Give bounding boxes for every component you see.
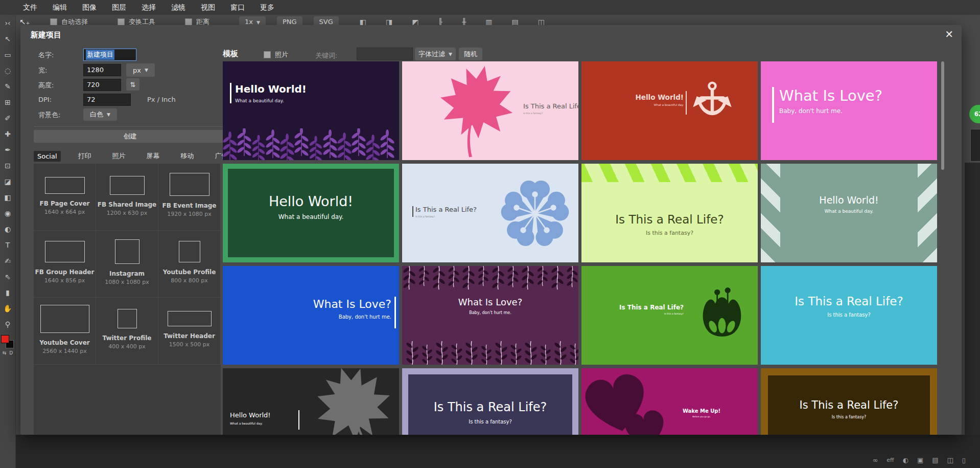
template-card[interactable]: Is This a Real Life? Is this a fantasy? [761, 368, 937, 435]
width-input[interactable]: 1280 [83, 64, 121, 76]
eff-label[interactable]: eff [886, 457, 894, 463]
preset-thumbnail [168, 311, 212, 326]
menu-item-file[interactable]: 文件 [15, 3, 45, 12]
notification-badge[interactable]: 62 [969, 105, 980, 123]
template-card[interactable]: Hello World! What a beautiful day. [581, 61, 758, 160]
preset-youtube-profile[interactable]: Youtube Profile 800 x 800 px [158, 231, 221, 298]
tab-mobile[interactable]: 移动 [177, 150, 198, 162]
template-card[interactable]: What Is Love? Baby, don't hurt me. [761, 61, 937, 160]
template-card[interactable]: Hello World! What a beautiful day. [761, 164, 937, 262]
preset-thumbnail [40, 305, 89, 333]
transform-checkbox[interactable] [118, 18, 125, 26]
template-card[interactable]: Hello World! What a beautiful day. [223, 164, 399, 262]
healing-tool-icon[interactable]: ✚ [0, 126, 15, 142]
tulip-icon [696, 287, 748, 345]
foreground-color-swatch[interactable] [1, 335, 9, 343]
divider [34, 126, 226, 127]
menu-item-edit[interactable]: 编辑 [45, 3, 75, 12]
collapse-icon[interactable]: ›‹ [0, 15, 15, 31]
template-card[interactable]: Is This a Real Life? Is this a fantasy? [581, 164, 758, 262]
preset-fb-shared-image[interactable]: FB Shared Image 1200 x 630 px [96, 164, 158, 231]
shape-tool-icon[interactable]: ▮ [0, 284, 15, 300]
path-select-tool-icon[interactable]: ⇖ [0, 269, 15, 284]
template-card[interactable]: What Is Love? Baby, don't hurt me. [223, 266, 399, 365]
color-swatches[interactable] [1, 335, 14, 349]
swap-colors-icon[interactable]: ⇆ [3, 350, 7, 355]
type-tool-icon[interactable]: T [0, 237, 15, 253]
preset-fb-group-header[interactable]: FB Group Header 1640 x 856 px [34, 231, 96, 298]
clone-stamp-tool-icon[interactable]: ⊡ [0, 158, 15, 173]
background-color-select[interactable]: 白色▼ [83, 108, 117, 121]
swap-dimensions-button[interactable]: ⇅ [126, 78, 139, 91]
tab-screen[interactable]: 屏幕 [143, 150, 164, 162]
zoom-tool-icon[interactable]: ⚲ [0, 316, 15, 332]
height-input[interactable]: 720 [83, 79, 121, 91]
accent-bar [686, 91, 687, 115]
tab-social[interactable]: Social [34, 151, 61, 162]
menu-item-select[interactable]: 选择 [134, 3, 164, 12]
preset-thumbnail [179, 241, 200, 262]
accent-bar [230, 83, 231, 103]
template-card[interactable]: Is This a Real Life? Is this a fantasy? [581, 266, 758, 365]
preset-twitter-profile[interactable]: Twitter Profile 400 x 400 px [96, 298, 158, 365]
dodge-tool-icon[interactable]: ◐ [0, 221, 15, 237]
template-card[interactable]: Is This a Real Life? Is this a fantasy? [761, 266, 937, 365]
templates-tab[interactable]: 模板 [223, 49, 238, 59]
eraser-tool-icon[interactable]: ◪ [0, 173, 15, 189]
distance-checkbox[interactable] [185, 18, 192, 26]
auto-select-checkbox[interactable] [50, 18, 57, 26]
template-card[interactable]: Is This a Real Life? Is this a fantasy? [402, 61, 578, 160]
template-card[interactable]: Is This a Real Life? Is this a fantasy? [402, 368, 578, 435]
template-card[interactable]: What Is Love? Baby, don't hurt me. [402, 266, 578, 365]
gallery-scrollbar[interactable] [941, 61, 944, 170]
menu-item-layer[interactable]: 图层 [104, 3, 134, 12]
photos-checkbox[interactable] [264, 51, 271, 58]
tab-print[interactable]: 打印 [75, 150, 95, 162]
menu-item-more[interactable]: 更多 [252, 3, 282, 12]
font-filter-select[interactable]: 字体过滤 ▼ [415, 48, 456, 60]
marquee-tool-icon[interactable]: ▭ [0, 47, 15, 62]
template-card[interactable]: Wake Me Up! Before you go go. [581, 368, 758, 435]
preset-youtube-cover[interactable]: Youtube Cover 2560 x 1440 px [34, 298, 96, 365]
dpi-input[interactable]: 72 [83, 94, 131, 106]
crop-tool-icon[interactable]: ⊞ [0, 94, 15, 110]
move-tool-icon[interactable]: ↖ [0, 31, 15, 47]
project-name-input[interactable]: 新建项目 [83, 49, 136, 61]
template-card[interactable]: Is This a Real Life? Is this a fantasy? [402, 164, 578, 262]
pen-tool-icon[interactable]: ✍ [0, 253, 15, 269]
right-canvas-strip [965, 163, 980, 468]
brush-tool-icon[interactable]: ✒ [0, 142, 15, 158]
preset-fb-event-image[interactable]: FB Event Image 1920 x 1080 px [158, 164, 221, 231]
hand-tool-icon[interactable]: ✋ [0, 300, 15, 316]
collapsed-side-panel[interactable] [970, 129, 980, 162]
snap-icon[interactable]: ▣ [917, 456, 923, 464]
mask-icon[interactable]: ◫ [947, 456, 953, 464]
photos-toggle[interactable]: 照片 [264, 50, 288, 59]
menu-item-filter[interactable]: 滤镜 [164, 3, 193, 12]
template-card[interactable]: Hello World! What a beautiful day. [223, 61, 399, 160]
tab-photo[interactable]: 照片 [109, 150, 129, 162]
eyedropper-tool-icon[interactable]: ✐ [0, 110, 15, 126]
menu-item-view[interactable]: 视图 [193, 3, 223, 12]
preset-instagram[interactable]: Instagram 1080 x 1080 px [96, 231, 158, 298]
preset-fb-page-cover[interactable]: FB Page Cover 1640 x 664 px [34, 164, 96, 231]
menu-item-window[interactable]: 窗口 [223, 3, 252, 12]
random-button[interactable]: 随机 [459, 48, 482, 60]
status-bar: ∞ eff ◐ ▣ ▤ ◫ ▯ [872, 456, 966, 464]
create-button[interactable]: 创建 [34, 130, 226, 143]
menu-item-image[interactable]: 图像 [75, 3, 104, 12]
blur-tool-icon[interactable]: ◉ [0, 205, 15, 221]
close-icon[interactable]: ✕ [945, 28, 953, 40]
link-icon[interactable]: ∞ [872, 456, 878, 464]
pencil-tool-icon[interactable]: ✎ [0, 78, 15, 94]
template-card[interactable]: Hello World! What a beautiful day. [223, 368, 399, 435]
default-colors-icon[interactable]: D [9, 350, 13, 355]
unit-select[interactable]: px▼ [126, 63, 155, 77]
contrast-icon[interactable]: ◐ [903, 456, 908, 464]
keyword-input[interactable] [357, 48, 413, 60]
gradient-tool-icon[interactable]: ◧ [0, 189, 15, 205]
preset-twitter-header[interactable]: Twitter Header 1500 x 500 px [158, 298, 221, 365]
trash-icon[interactable]: ▯ [962, 456, 966, 464]
lasso-tool-icon[interactable]: ◌ [0, 62, 15, 78]
grid-icon[interactable]: ▤ [932, 456, 938, 464]
